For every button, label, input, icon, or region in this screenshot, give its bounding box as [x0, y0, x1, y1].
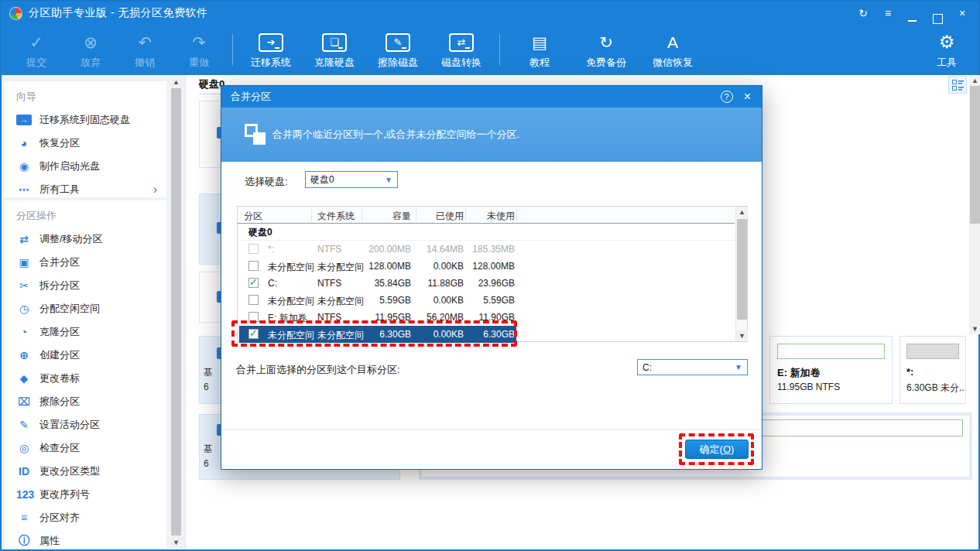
toolbar-disk-action-button[interactable]: ✎ 擦除磁盘	[366, 25, 430, 75]
sidebar-item-label: 恢复分区	[39, 136, 80, 150]
sidebar-item-icon: ≡	[16, 512, 32, 524]
sidebar-item-icon: 123	[16, 488, 32, 501]
partition-info: 11.95GB NTFS	[777, 382, 840, 392]
sidebar-item-label: 调整/移动分区	[39, 232, 103, 246]
partition-card-e[interactable]: E: 新加卷 11.95GB NTFS	[769, 336, 893, 404]
sidebar-item-icon: ⋯	[16, 183, 32, 196]
sidebar: 向导 → 迁移系统到固态硬盘 ◕ 恢复分区	[2, 75, 186, 549]
tools-button[interactable]: ⚙ 工具	[923, 25, 971, 75]
table-scrollbar[interactable]: ▲ ▼	[735, 207, 747, 341]
footer-divider	[221, 430, 762, 430]
toolbar-disk-action-button[interactable]: ⇄ 磁盘转换	[430, 25, 493, 75]
scroll-up-icon[interactable]: ▲	[969, 75, 980, 86]
toolbar-help-action-button[interactable]: A 微信恢复	[639, 25, 706, 75]
main-scrollbar[interactable]: ▲ ▼	[969, 75, 980, 334]
disk-icon: ➔	[259, 33, 283, 52]
sidebar-item[interactable]: ▣ 合并分区	[5, 251, 166, 274]
usage-bar	[777, 344, 885, 359]
sidebar-item-label: 拆分分区	[39, 279, 80, 293]
sidebar-item-icon: ◷	[16, 303, 32, 315]
sidebar-item-icon: ⇄	[16, 233, 32, 245]
sidebar-item[interactable]: ⓘ 属性	[5, 529, 166, 551]
sidebar-item[interactable]: ✎ 设置活动分区	[5, 413, 166, 436]
sidebar-item[interactable]: ≡ 分区对齐	[5, 506, 166, 529]
table-row[interactable]: 未分配空间 未分配空间 6.30GB 0.00KB 6.30GB	[238, 326, 735, 343]
sidebar-item[interactable]: ⌧ 擦除分区	[5, 390, 166, 413]
disk-info-text: 基	[204, 366, 213, 379]
view-toggle-button[interactable]	[948, 76, 967, 94]
disk-select-value: 硬盘0	[310, 173, 334, 187]
refresh-icon[interactable]: ↻	[856, 7, 870, 19]
toolbar-history-button[interactable]: ↶ 撤销	[118, 25, 172, 75]
dialog-close-icon[interactable]: ×	[744, 90, 751, 104]
toolbar-history-button[interactable]: ↷ 重做	[172, 25, 226, 75]
scroll-up-icon[interactable]: ▲	[736, 207, 748, 217]
disk-actions-group: ➔ 迁移系统 ❏ 克隆硬盘 ✎ 擦除磁盘 ⇄ 磁盘转换	[239, 25, 493, 75]
target-partition-select[interactable]: C: ▼	[637, 359, 748, 375]
row-checkbox[interactable]	[248, 261, 259, 271]
toolbar-separator	[499, 34, 500, 66]
dialog-description: 合并两个临近分区到一个,或合并未分配空间给一个分区.	[272, 108, 519, 162]
section-title: 向导	[5, 81, 166, 108]
sidebar-item[interactable]: ◔ 克隆分区	[5, 320, 166, 344]
close-button[interactable]: ×	[955, 7, 969, 19]
row-checkbox[interactable]	[248, 329, 259, 339]
toolbar-disk-action-button[interactable]: ❏ 克隆硬盘	[303, 25, 366, 75]
chevron-down-icon: ▼	[735, 363, 742, 371]
row-checkbox[interactable]	[248, 244, 259, 254]
scrollbar-thumb[interactable]	[737, 219, 747, 320]
menu-icon[interactable]: ≡	[881, 7, 895, 19]
toolbar-help-action-button[interactable]: ↻ 免费备份	[573, 25, 639, 75]
dialog-titlebar: 合并分区 ? ×	[221, 86, 762, 108]
row-checkbox[interactable]	[248, 278, 259, 288]
sidebar-item[interactable]: ⊕ 创建分区	[5, 344, 166, 367]
row-checkbox[interactable]	[248, 312, 259, 322]
help-icon[interactable]: ?	[721, 91, 733, 103]
sidebar-item-label: 属性	[39, 534, 60, 548]
help-action-icon: A	[667, 31, 678, 54]
sidebar-item-label: 创建分区	[39, 348, 80, 362]
ok-button[interactable]: 确定(O)	[685, 440, 749, 459]
table-row[interactable]: 未分配空间 未分配空间 128.00MB 0.00KB 128.00MB	[238, 258, 735, 275]
chevron-down-icon: ▼	[385, 176, 392, 184]
partition-name: *:	[906, 366, 913, 378]
sidebar-item[interactable]: ◉ 制作启动光盘	[5, 155, 166, 178]
sidebar-item[interactable]: ID 更改分区类型	[5, 460, 166, 483]
toolbar-history-icon: ✓	[29, 31, 43, 54]
toolbar-history-button[interactable]: ⊗ 放弃	[63, 25, 118, 75]
sidebar-item-icon: ◕	[16, 137, 32, 149]
sidebar-item-label: 更改序列号	[39, 488, 90, 501]
partition-card-unallocated[interactable]: *: 6.30GB 未分...	[899, 336, 966, 404]
table-row[interactable]: C: NTFS 35.84GB 11.88GB 23.96GB	[238, 275, 735, 292]
table-row[interactable]: 未分配空间 未分配空间 5.59GB 0.00KB 5.59GB	[238, 292, 735, 309]
sidebar-item-label: 检查分区	[39, 441, 80, 455]
sidebar-item[interactable]: 123 更改序列号	[5, 483, 166, 506]
sidebar-item[interactable]: ⇄ 调整/移动分区	[5, 228, 166, 251]
sidebar-item[interactable]: ◕ 恢复分区	[5, 132, 166, 155]
help-action-icon: ↻	[599, 31, 613, 54]
sidebar-item[interactable]: ◷ 分配空闲空间	[5, 297, 166, 320]
sidebar-item-icon: ✂	[16, 279, 32, 292]
toolbar-help-action-button[interactable]: ▤ 教程	[506, 25, 573, 75]
scroll-down-icon[interactable]: ▼	[969, 323, 980, 334]
toolbar-disk-action-button[interactable]: ➔ 迁移系统	[239, 25, 303, 75]
row-checkbox[interactable]	[248, 295, 259, 305]
sidebar-item[interactable]: ◆ 更改卷标	[5, 367, 166, 390]
scroll-down-icon[interactable]: ▼	[170, 537, 182, 548]
disk-select[interactable]: 硬盘0 ▼	[305, 171, 398, 188]
table-row[interactable]: *: NTFS 200.00MB 14.64MB 185.35MB	[238, 241, 735, 258]
sidebar-item-label: 设置活动分区	[39, 418, 100, 432]
dialog-banner: 合并两个临近分区到一个,或合并未分配空间给一个分区.	[221, 108, 762, 162]
scrollbar-thumb[interactable]	[171, 88, 181, 536]
table-row[interactable]: E: 新加卷 NTFS 11.95GB 56.20MB 11.90GB	[238, 309, 735, 326]
sidebar-item[interactable]: → 迁移系统到固态硬盘	[5, 108, 166, 132]
scroll-up-icon[interactable]: ▲	[170, 77, 182, 87]
sidebar-item[interactable]: ◎ 检查分区	[5, 436, 166, 460]
sidebar-item[interactable]: ✂ 拆分分区	[5, 274, 166, 297]
sidebar-scrollbar[interactable]: ▲ ▼	[170, 77, 182, 548]
toolbar-history-button[interactable]: ✓ 提交	[9, 25, 63, 75]
scroll-down-icon[interactable]: ▼	[736, 330, 748, 341]
disk-info-text: 6	[204, 458, 209, 469]
sidebar-item[interactable]: ⋯ 所有工具 ›	[5, 178, 166, 201]
scrollbar-thumb[interactable]	[970, 86, 980, 224]
